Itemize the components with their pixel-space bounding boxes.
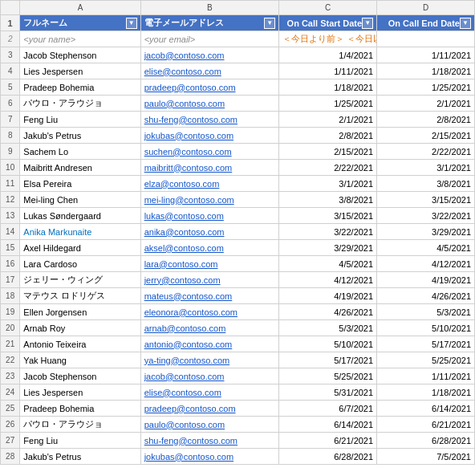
row-number-26: 26 — [1, 417, 20, 433]
table-row: 8Jakub's Petrusjokubas@contoso.com2/8/20… — [1, 128, 475, 144]
filter-end-date-button[interactable]: ▼ — [460, 18, 471, 29]
cell-26-a: パウロ・アラウジョ — [20, 417, 140, 433]
cell-2-d — [377, 31, 475, 47]
cell-11-b[interactable]: elza@contoso.com — [140, 176, 279, 192]
cell-4-b[interactable]: elise@contoso.com — [140, 63, 279, 79]
cell-4-d: 1/18/2021 — [377, 63, 475, 79]
cell-23-d: 1/11/2021 — [377, 368, 475, 384]
cell-28-a: Jakub's Petrus — [20, 449, 140, 465]
cell-15-b[interactable]: aksel@contoso.com — [140, 240, 279, 256]
cell-25-b[interactable]: pradeep@contoso.com — [140, 401, 279, 417]
cell-20-c: 5/3/2021 — [279, 320, 377, 336]
table-row: 28Jakub's Petrusjokubas@contoso.com6/28/… — [1, 449, 475, 465]
cell-18-d: 4/26/2021 — [377, 288, 475, 304]
cell-24-b[interactable]: elise@contoso.com — [140, 384, 279, 401]
cell-13-b[interactable]: lukas@contoso.com — [140, 208, 279, 224]
table-row: 25Pradeep Bohemiapradeep@contoso.com6/7/… — [1, 401, 475, 417]
cell-3-b[interactable]: jacob@contoso.com — [140, 47, 279, 63]
cell-12-a: Mei-ling Chen — [20, 192, 140, 208]
cell-22-d: 5/25/2021 — [377, 352, 475, 368]
cell-27-c: 6/21/2021 — [279, 433, 377, 449]
col-c-header: C — [279, 1, 377, 15]
cell-7-c: 2/1/2021 — [279, 112, 377, 128]
table-row: 14Anika Markunaiteanika@contoso.com3/22/… — [1, 224, 475, 240]
table-row: 5Pradeep Bohemiapradeep@contoso.com1/18/… — [1, 79, 475, 96]
cell-12-b[interactable]: mei-ling@contoso.com — [140, 192, 279, 208]
table-row: 3Jacob Stephensonjacob@contoso.com1/4/20… — [1, 47, 475, 63]
cell-10-d: 3/1/2021 — [377, 160, 475, 176]
cell-16-c: 4/5/2021 — [279, 256, 377, 272]
cell-20-a: Arnab Roy — [20, 320, 140, 336]
cell-26-b[interactable]: paulo@contoso.com — [140, 417, 279, 433]
cell-20-d: 5/10/2021 — [377, 320, 475, 336]
cell-14-b[interactable]: anika@contoso.com — [140, 224, 279, 240]
cell-18-c: 4/19/2021 — [279, 288, 377, 304]
row-number-13: 13 — [1, 208, 20, 224]
cell-16-b[interactable]: lara@contoso.com — [140, 256, 279, 272]
cell-27-d: 6/28/2021 — [377, 433, 475, 449]
col-d-header: D — [377, 1, 475, 15]
table-row: 9Sachem Losuchen@contoso.com2/15/20212/2… — [1, 144, 475, 160]
row-number-27: 27 — [1, 433, 20, 449]
table-row: 11Elsa Pereiraelza@contoso.com3/1/20213/… — [1, 176, 475, 192]
cell-21-b[interactable]: antonio@contoso.com — [140, 336, 279, 352]
cell-3-d: 1/11/2021 — [377, 47, 475, 63]
cell-19-a: Ellen Jorgensen — [20, 304, 140, 320]
header-email[interactable]: 電子メールアドレス ▼ — [140, 15, 279, 31]
row-number-11: 11 — [1, 176, 20, 192]
cell-9-b[interactable]: suchen@contoso.com — [140, 144, 279, 160]
cell-6-d: 2/1/2021 — [377, 96, 475, 112]
cell-20-b[interactable]: arnab@contoso.com — [140, 320, 279, 336]
table-row: 12Mei-ling Chenmei-ling@contoso.com3/8/2… — [1, 192, 475, 208]
cell-5-d: 1/25/2021 — [377, 79, 475, 96]
cell-15-c: 3/29/2021 — [279, 240, 377, 256]
cell-13-a: Lukas Søndergaard — [20, 208, 140, 224]
cell-28-d: 7/5/2021 — [377, 449, 475, 465]
table-row: 21Antonio Teixeiraantonio@contoso.com5/1… — [1, 336, 475, 352]
header-fullname[interactable]: フルネーム ▼ — [20, 15, 140, 31]
filter-start-date-button[interactable]: ▼ — [362, 18, 373, 29]
cell-5-b[interactable]: pradeep@contoso.com — [140, 79, 279, 96]
cell-9-c: 2/15/2021 — [279, 144, 377, 160]
cell-17-c: 4/12/2021 — [279, 272, 377, 288]
table-row: 22Yak Huangya-ting@contoso.com5/17/20215… — [1, 352, 475, 368]
cell-7-d: 2/8/2021 — [377, 112, 475, 128]
cell-13-d: 3/22/2021 — [377, 208, 475, 224]
table-row: 7Feng Liushu-feng@contoso.com2/1/20212/8… — [1, 112, 475, 128]
col-b-header: B — [140, 1, 279, 15]
cell-28-b[interactable]: jokubas@contoso.com — [140, 449, 279, 465]
table-row: 19Ellen Jorgenseneleonora@contoso.com4/2… — [1, 304, 475, 320]
cell-19-d: 5/3/2021 — [377, 304, 475, 320]
cell-8-a: Jakub's Petrus — [20, 128, 140, 144]
filter-email-button[interactable]: ▼ — [264, 18, 275, 29]
cell-15-d: 4/5/2021 — [377, 240, 475, 256]
cell-4-c: 1/11/2021 — [279, 63, 377, 79]
cell-7-b[interactable]: shu-feng@contoso.com — [140, 112, 279, 128]
cell-23-b[interactable]: jacob@contoso.com — [140, 368, 279, 384]
cell-24-c: 5/31/2021 — [279, 384, 377, 401]
cell-10-b[interactable]: maibritt@contoso.com — [140, 160, 279, 176]
cell-6-b[interactable]: paulo@contoso.com — [140, 96, 279, 112]
cell-12-d: 3/15/2021 — [377, 192, 475, 208]
cell-24-d: 1/18/2021 — [377, 384, 475, 401]
row-number-25: 25 — [1, 401, 20, 417]
cell-14-d: 3/29/2021 — [377, 224, 475, 240]
cell-16-a: Lara Cardoso — [20, 256, 140, 272]
header-start-date[interactable]: On Call Start Date ▼ — [279, 15, 377, 31]
cell-27-b[interactable]: shu-feng@contoso.com — [140, 433, 279, 449]
cell-22-b[interactable]: ya-ting@contoso.com — [140, 352, 279, 368]
cell-4-a: Lies Jespersen — [20, 63, 140, 79]
cell-18-b[interactable]: mateus@contoso.com — [140, 288, 279, 304]
cell-17-b[interactable]: jerry@contoso.com — [140, 272, 279, 288]
cell-24-a: Lies Jespersen — [20, 384, 140, 401]
row-number-15: 15 — [1, 240, 20, 256]
cell-8-b[interactable]: jokubas@contoso.com — [140, 128, 279, 144]
table-row: 20Arnab Royarnab@contoso.com5/3/20215/10… — [1, 320, 475, 336]
filter-fullname-button[interactable]: ▼ — [126, 18, 137, 29]
row-number-22: 22 — [1, 352, 20, 368]
header-end-date[interactable]: On Call End Date ▼ — [377, 15, 475, 31]
row-number-9: 9 — [1, 144, 20, 160]
row-number-4: 4 — [1, 63, 20, 79]
cell-5-c: 1/18/2021 — [279, 79, 377, 96]
cell-19-b[interactable]: eleonora@contoso.com — [140, 304, 279, 320]
